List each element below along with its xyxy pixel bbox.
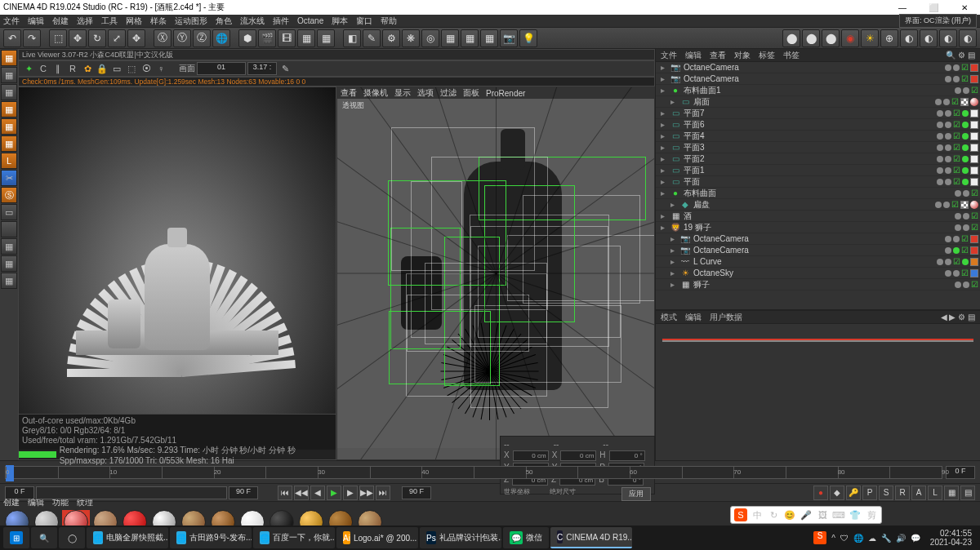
left-tool[interactable]: [1, 221, 17, 237]
vp-menu-item[interactable]: 面板: [463, 87, 479, 99]
left-tool[interactable]: ▦: [1, 238, 17, 255]
coord-x[interactable]: [513, 450, 549, 461]
render-setting-btn[interactable]: ◐: [939, 29, 957, 47]
render-setting-btn[interactable]: ◐: [900, 29, 918, 47]
object-row[interactable]: ▸▭平面2☑: [656, 153, 980, 165]
menu-item[interactable]: 运动图形: [175, 16, 207, 27]
vp-menu-item[interactable]: 查看: [341, 87, 357, 99]
ime-btn[interactable]: 😊: [783, 508, 796, 521]
toolbar-btn[interactable]: 🌐: [212, 29, 230, 47]
toolbar-btn[interactable]: ▦: [317, 29, 335, 47]
tray-up-icon[interactable]: ^: [831, 534, 835, 543]
vp-menu-item[interactable]: 过滤: [440, 87, 457, 99]
obj-tab[interactable]: 书签: [783, 50, 800, 61]
tray-sogou-icon[interactable]: S: [813, 531, 826, 544]
vp-menu-item[interactable]: 选项: [417, 87, 434, 99]
left-tool[interactable]: ▦: [1, 84, 17, 100]
left-tool[interactable]: ▦: [1, 50, 17, 66]
ime-btn[interactable]: S: [734, 508, 747, 521]
menu-item[interactable]: 脚本: [332, 16, 348, 27]
object-row[interactable]: ▸📷OctaneCamera☑: [656, 233, 980, 245]
object-row[interactable]: ▸📷OctaneCamera☑: [656, 245, 980, 256]
taskbar-item[interactable]: 💬微信: [503, 527, 549, 548]
toolbar-btn[interactable]: ↶: [3, 29, 21, 47]
left-tool[interactable]: ▭: [1, 204, 17, 220]
left-tool[interactable]: Ⓢ: [1, 187, 17, 203]
taskbar-item[interactable]: 🌐百度一下，你就...: [253, 527, 335, 548]
ime-btn[interactable]: ⌨: [832, 508, 845, 521]
toolbar-btn[interactable]: 🎬: [258, 29, 276, 47]
menu-item[interactable]: 工具: [101, 16, 118, 27]
render-setting-btn[interactable]: ◉: [841, 29, 859, 47]
lv-stop-icon[interactable]: C: [37, 62, 50, 75]
ime-btn[interactable]: ↻: [767, 508, 780, 521]
left-tool[interactable]: ▦: [1, 135, 17, 152]
toolbar-btn[interactable]: ▦: [461, 29, 479, 47]
menu-item[interactable]: 角色: [216, 16, 232, 27]
vp-menu-item[interactable]: ProRender: [486, 89, 525, 98]
lv-clip-icon[interactable]: ▭: [110, 62, 123, 75]
lv-pin-icon[interactable]: ⦿: [140, 62, 153, 75]
timeline-track[interactable]: 0102030405060708090: [5, 466, 942, 479]
left-tool[interactable]: ▦: [1, 118, 17, 135]
tray-shield-icon[interactable]: 🛡: [840, 534, 849, 543]
toolbar-btn[interactable]: ⬢: [238, 29, 256, 47]
window-max[interactable]: ⬜: [921, 3, 946, 12]
toolbar-btn[interactable]: 💡: [519, 29, 537, 47]
ime-btn[interactable]: 👕: [849, 508, 862, 521]
toolbar-btn[interactable]: 🎞: [278, 29, 296, 47]
toolbar-btn[interactable]: ▦: [297, 29, 315, 47]
render-setting-btn[interactable]: ⬤: [782, 29, 800, 47]
left-tool[interactable]: ▦: [1, 273, 17, 289]
taskbar-item[interactable]: CCINEMA 4D R19...: [550, 527, 632, 548]
menu-item[interactable]: 网格: [126, 16, 142, 27]
object-row[interactable]: ▸🦁19 狮子☑: [656, 222, 980, 233]
toolbar-btn[interactable]: ⤢: [108, 29, 126, 47]
lv-refresh-icon[interactable]: ✦: [22, 62, 35, 75]
menu-item[interactable]: 编辑: [28, 16, 44, 27]
left-tool[interactable]: L: [1, 153, 17, 169]
ime-toolbar[interactable]: S中↻😊🎤🖼⌨👕剪: [730, 506, 882, 524]
object-row[interactable]: ▸▭平面6☑: [656, 119, 980, 131]
menu-item[interactable]: 文件: [3, 16, 20, 27]
lv-pause-icon[interactable]: ∥: [51, 62, 65, 75]
coord-apply[interactable]: 应用: [621, 487, 651, 501]
object-row[interactable]: ▸▭平面1☑: [656, 165, 980, 176]
menu-item[interactable]: 样条: [150, 16, 167, 27]
object-row[interactable]: ▸〰L Curve☑: [656, 256, 980, 268]
toolbar-btn[interactable]: Ⓩ: [193, 29, 211, 47]
window-close[interactable]: ✕: [952, 3, 977, 12]
taskbar-item[interactable]: 🔍: [31, 527, 57, 548]
editor-viewport[interactable]: 查看摄像机显示选项过滤面板ProRender 透视图 视图间距 : 1 cm: [336, 86, 655, 460]
render-setting-btn[interactable]: ☀: [861, 29, 879, 47]
object-row[interactable]: ▸◆扁盘☑: [656, 199, 980, 211]
left-tool[interactable]: ▦: [1, 101, 17, 118]
object-manager-list[interactable]: ▸📷OctaneCamera☑▸📷OctaneCamera☑▸●布料曲面1☑▸▭…: [656, 62, 980, 309]
menu-item[interactable]: Octane: [297, 16, 323, 25]
toolbar-btn[interactable]: ↻: [88, 29, 106, 47]
tray-cloud-icon[interactable]: ☁: [868, 534, 876, 543]
toolbar-btn[interactable]: ⬚: [49, 29, 67, 47]
taskbar-item[interactable]: 🌐古田路9号-发布...: [170, 527, 252, 548]
taskbar-item[interactable]: Ps礼品牌设计|包装...: [420, 527, 501, 548]
toolbar-btn[interactable]: ◎: [421, 29, 439, 47]
object-row[interactable]: ▸📷OctaneCamera☑: [656, 62, 980, 73]
toolbar-btn[interactable]: ✥: [69, 29, 87, 47]
lv-lock-icon[interactable]: 🔒: [96, 62, 109, 75]
vp-menu-item[interactable]: 显示: [394, 87, 411, 99]
menu-item[interactable]: 创建: [52, 16, 69, 27]
layout-selector[interactable]: 界面: OC渲染 (用户): [899, 14, 977, 28]
object-row[interactable]: ▸▭平面7☑: [656, 108, 980, 119]
ime-btn[interactable]: 中: [751, 508, 764, 521]
toolbar-btn[interactable]: Ⓧ: [154, 29, 172, 47]
object-row[interactable]: ▸▦狮子☑: [656, 279, 980, 291]
system-clock[interactable]: 02:41:55 2021-04-23: [925, 529, 977, 547]
toolbar-btn[interactable]: ↷: [23, 29, 41, 47]
obj-tab[interactable]: 标签: [759, 50, 775, 61]
toolbar-btn[interactable]: Ⓨ: [173, 29, 191, 47]
lv-target-icon[interactable]: ♀: [154, 62, 167, 75]
toolbar-btn[interactable]: ⚙: [382, 29, 400, 47]
object-row[interactable]: ▸▭平面4☑: [656, 131, 980, 142]
tray-vol-icon[interactable]: 🔊: [896, 534, 906, 543]
obj-tab[interactable]: 查看: [710, 50, 726, 61]
